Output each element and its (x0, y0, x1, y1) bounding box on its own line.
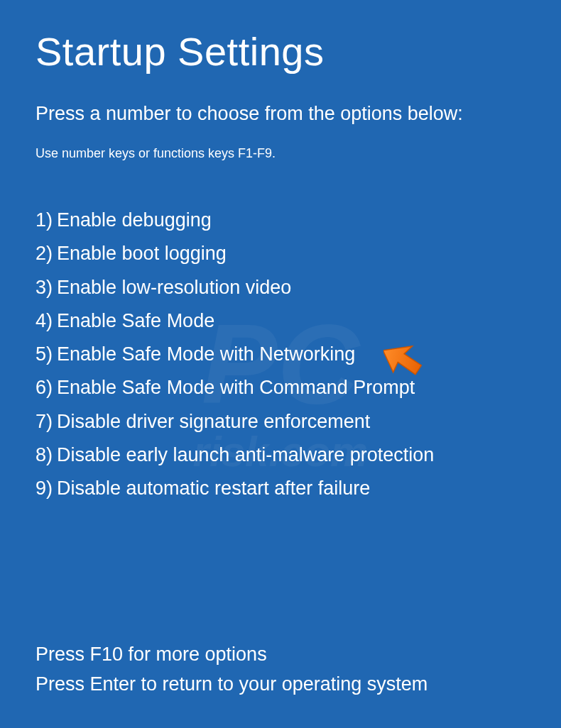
options-list: 1) Enable debugging 2) Enable boot loggi… (36, 204, 525, 505)
option-enable-safe-mode-networking[interactable]: 5) Enable Safe Mode with Networking (36, 338, 525, 371)
option-number: 5) (36, 338, 53, 371)
option-disable-anti-malware[interactable]: 8) Disable early launch anti-malware pro… (36, 439, 525, 472)
option-label: Enable boot logging (57, 237, 227, 270)
page-title: Startup Settings (36, 28, 525, 75)
option-disable-auto-restart[interactable]: 9) Disable automatic restart after failu… (36, 472, 525, 505)
option-enable-safe-mode-command-prompt[interactable]: 6) Enable Safe Mode with Command Prompt (36, 371, 525, 404)
option-label: Enable Safe Mode (57, 304, 214, 338)
option-number: 1) (36, 204, 53, 237)
option-label: Enable debugging (57, 204, 212, 237)
option-enable-low-resolution-video[interactable]: 3) Enable low-resolution video (36, 271, 525, 304)
subinstruction-text: Use number keys or functions keys F1-F9. (36, 146, 525, 161)
option-enable-boot-logging[interactable]: 2) Enable boot logging (36, 237, 525, 270)
option-label: Disable automatic restart after failure (57, 472, 370, 505)
option-number: 7) (36, 405, 53, 439)
option-number: 8) (36, 439, 53, 472)
option-number: 6) (36, 371, 53, 404)
option-disable-driver-signature[interactable]: 7) Disable driver signature enforcement (36, 405, 525, 439)
option-label: Enable Safe Mode with Networking (57, 338, 355, 371)
option-label: Enable Safe Mode with Command Prompt (57, 371, 415, 404)
option-number: 3) (36, 271, 53, 304)
option-label: Disable driver signature enforcement (57, 405, 370, 439)
option-number: 9) (36, 472, 53, 505)
more-options-text: Press F10 for more options (36, 640, 525, 670)
option-enable-debugging[interactable]: 1) Enable debugging (36, 204, 525, 237)
option-label: Disable early launch anti-malware protec… (57, 439, 434, 472)
option-number: 2) (36, 237, 53, 270)
option-number: 4) (36, 304, 53, 338)
instruction-text: Press a number to choose from the option… (36, 103, 525, 125)
option-label: Enable low-resolution video (57, 271, 291, 304)
return-text: Press Enter to return to your operating … (36, 670, 525, 700)
option-enable-safe-mode[interactable]: 4) Enable Safe Mode (36, 304, 525, 338)
